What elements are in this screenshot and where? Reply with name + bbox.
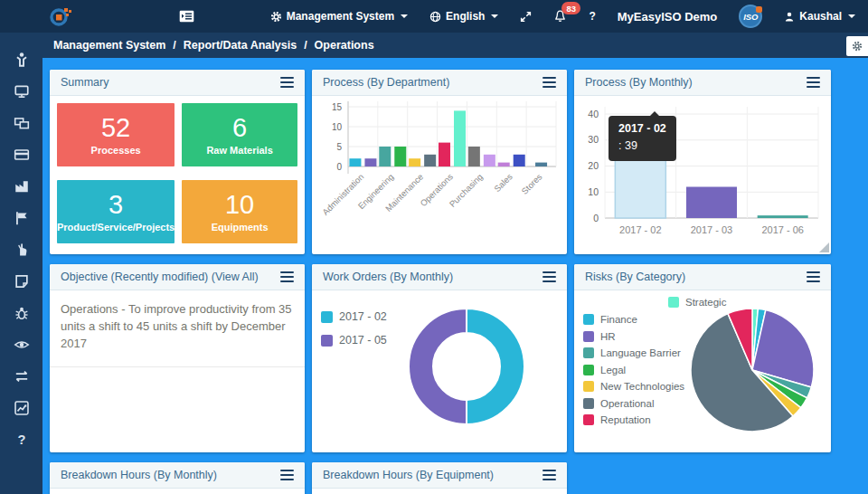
sidebar-item-eye[interactable] <box>0 328 42 360</box>
card-title: Work Orders (By Monthly) <box>323 271 453 283</box>
legend-item[interactable]: 2017 - 05 <box>321 334 387 347</box>
sidebar-item-flag[interactable] <box>0 202 42 233</box>
notifications-button[interactable]: 83 <box>553 9 567 24</box>
app-logo-icon[interactable] <box>49 5 72 28</box>
legend-swatch <box>583 381 594 392</box>
legend-item[interactable]: Language Barrier <box>583 347 684 358</box>
management-system-label: Management System <box>287 10 394 23</box>
sidebar-item-note[interactable] <box>0 265 42 297</box>
help-label: ? <box>589 10 595 23</box>
legend-item[interactable]: Operational <box>583 398 684 409</box>
gear-icon <box>270 11 282 23</box>
note-icon <box>14 273 30 290</box>
breadcrumb-item-management-system[interactable]: Management System <box>53 39 165 52</box>
user-menu[interactable]: Kaushal <box>784 10 855 23</box>
caret-down-icon <box>401 14 408 18</box>
svg-text:Administration: Administration <box>320 172 365 217</box>
svg-text:10: 10 <box>588 186 599 197</box>
card-objective: Objective (Recently modified) (View All)… <box>50 264 305 452</box>
tile-label: Processes <box>91 145 141 156</box>
card-title: Risks (By Category) <box>585 271 685 283</box>
svg-text:?: ? <box>17 432 25 447</box>
card-menu-button[interactable] <box>280 467 294 483</box>
card-title: Summary <box>61 76 108 89</box>
expand-button[interactable] <box>520 11 532 23</box>
legend-swatch <box>321 335 333 347</box>
card-header: Work Orders (By Monthly) <box>312 264 567 290</box>
card-menu-button[interactable] <box>280 74 294 90</box>
sidebar-item-bug[interactable] <box>0 297 42 328</box>
flag-icon <box>14 210 30 226</box>
menu-toggle-icon[interactable] <box>179 10 194 23</box>
sidebar-item-hand[interactable] <box>0 233 42 265</box>
card-risks: Risks (By Category) FinanceHRLanguage Ba… <box>574 264 831 452</box>
legend-item[interactable]: 2017 - 02 <box>321 310 387 323</box>
card-menu-button[interactable] <box>542 269 556 285</box>
risks-chart[interactable]: FinanceHRLanguage BarrierLegalNew Techno… <box>574 290 831 452</box>
legend-label: New Technologies <box>600 381 684 392</box>
sidebar-item-person[interactable] <box>0 43 42 75</box>
exchange-arrows-icon <box>14 368 30 385</box>
card-menu-button[interactable] <box>542 74 556 90</box>
devices-icon <box>14 115 30 131</box>
process-by-monthly-chart[interactable]: 2017 - 02 : 39 0102030402017 - 022017 - … <box>574 96 831 254</box>
sidebar-item-monitor[interactable] <box>0 75 42 107</box>
sidebar-item-devices[interactable] <box>0 107 42 138</box>
dashboard-settings-button[interactable] <box>846 36 868 56</box>
card-title: Breakdown Hours (By Monthly) <box>61 469 217 481</box>
sidebar-item-chart[interactable] <box>0 392 42 423</box>
legend-item[interactable]: Strategic <box>668 297 726 308</box>
breadcrumb: Management System / Report/Data Analysis… <box>42 33 868 58</box>
caret-down-icon <box>848 14 855 18</box>
sidebar-item-exchange[interactable] <box>0 360 42 392</box>
card-title: Process (By Monthly) <box>585 76 693 89</box>
help-button[interactable]: ? <box>589 10 595 23</box>
tile-value: 52 <box>101 114 130 143</box>
legend-item[interactable]: Legal <box>583 365 684 375</box>
svg-text:20: 20 <box>588 160 599 171</box>
legend-swatch <box>668 297 679 308</box>
sidebar-item-help[interactable]: ? <box>0 423 42 455</box>
legend-swatch <box>583 331 594 342</box>
work-orders-chart[interactable]: 2017 - 022017 - 05 <box>312 290 567 452</box>
legend-label: Legal <box>600 365 626 375</box>
legend-item[interactable]: Finance <box>583 314 684 325</box>
legend-label: 2017 - 02 <box>339 310 387 323</box>
process-by-department-chart[interactable]: 051015AdministrationEngineeringMaintenan… <box>312 96 567 254</box>
card-menu-button[interactable] <box>280 269 294 285</box>
dashboard-grid: Summary 52 Processes 6 Raw Materials 3 P… <box>42 58 868 494</box>
card-menu-button[interactable] <box>807 269 820 285</box>
breadcrumb-item-operations[interactable]: Operations <box>315 39 374 52</box>
svg-text:2017 - 03: 2017 - 03 <box>691 224 732 235</box>
breadcrumb-item-report-data-analysis[interactable]: Report/Data Analysis <box>184 39 297 52</box>
card-menu-button[interactable] <box>542 467 556 483</box>
svg-text:30: 30 <box>588 134 599 145</box>
legend-label: HR <box>600 331 616 342</box>
management-system-menu[interactable]: Management System <box>270 10 408 23</box>
summary-tile-processes: 52 Processes <box>57 103 175 166</box>
card-menu-button[interactable] <box>807 74 820 90</box>
legend-label: Operational <box>600 398 654 409</box>
svg-text:10: 10 <box>332 122 343 132</box>
tile-label: Raw Materials <box>206 145 272 156</box>
caret-down-icon <box>491 14 498 18</box>
chart-legend-strategic: Strategic <box>668 297 726 308</box>
legend-item[interactable]: HR <box>583 331 684 342</box>
card-process-by-department: Process (By Department) 051015Administra… <box>312 70 567 254</box>
tile-value: 3 <box>108 191 123 220</box>
summary-tile-equipments: 10 Equipments <box>182 180 297 243</box>
resize-handle[interactable] <box>819 242 829 252</box>
sidebar-item-factory[interactable] <box>0 170 42 202</box>
sidebar-item-card[interactable] <box>0 138 42 170</box>
svg-text:15: 15 <box>332 102 343 112</box>
svg-text:5: 5 <box>336 142 342 152</box>
legend-swatch <box>583 314 594 325</box>
legend-label: Finance <box>600 314 637 325</box>
card-header: Breakdown Hours (By Monthly) <box>50 462 305 489</box>
card-title: Breakdown Hours (By Equipment) <box>323 469 494 481</box>
card-breakdown-by-monthly: Breakdown Hours (By Monthly) <box>50 462 305 494</box>
legend-item[interactable]: New Technologies <box>583 381 684 392</box>
language-menu[interactable]: English <box>429 10 498 23</box>
legend-item[interactable]: Reputation <box>583 414 684 425</box>
user-icon <box>784 11 795 23</box>
